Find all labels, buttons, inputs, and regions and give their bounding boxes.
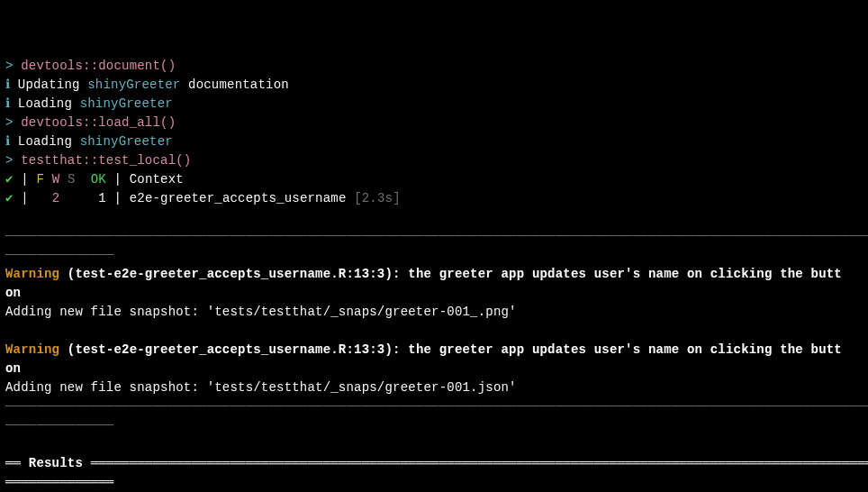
col-context: | Context <box>106 172 184 187</box>
check-icon: ✔ <box>5 191 14 205</box>
cmd-loadall: devtools::load_all() <box>21 115 176 130</box>
info-icon: ℹ <box>5 96 10 111</box>
cmd-document: devtools::document() <box>21 59 176 73</box>
results-prefix: ══ <box>5 456 29 470</box>
loading-text: Loading <box>18 134 80 149</box>
prompt-line-test: > testthat::test_local() <box>5 151 863 170</box>
info-icon: ℹ <box>5 77 10 92</box>
loading-text: Loading <box>18 96 80 111</box>
documentation-suffix: documentation <box>180 77 288 92</box>
blank-line <box>5 435 863 454</box>
status-updating: ℹ Updating shinyGreeter documentation <box>5 76 863 95</box>
warning-2-msg: Adding new file snapshot: 'tests/testtha… <box>5 378 863 397</box>
results-rule-long: ════════════════════════════════════════… <box>83 456 868 470</box>
pkg-name: shinyGreeter <box>87 77 180 92</box>
col-w: W <box>52 172 60 187</box>
cmd-test: testthat::test_local() <box>21 153 191 168</box>
warning-1-msg: Adding new file snapshot: 'tests/testtha… <box>5 303 863 322</box>
prompt-char: > <box>5 115 14 130</box>
check-icon: ✔ <box>5 172 14 187</box>
rule-short-1: ────────────── <box>5 246 863 265</box>
warning-loc: (test-e2e-greeter_accepts_username.R:13:… <box>59 267 842 281</box>
rule-long-2: ────────────────────────────────────────… <box>5 397 863 416</box>
prompt-line-loadall: > devtools::load_all() <box>5 114 863 132</box>
sep: | <box>14 172 37 187</box>
test-header: ✔ | F W S OK | Context <box>5 170 863 189</box>
info-icon: ℹ <box>5 134 10 149</box>
results-header: ══ Results ═════════════════════════════… <box>5 454 863 473</box>
results-rule-short: ══════════════ <box>5 473 863 492</box>
warning-tag: Warning <box>5 267 59 281</box>
prompt-line-document: > devtools::document() <box>5 57 863 76</box>
row-warn-count: 2 <box>52 191 60 205</box>
warning-2-header: Warning (test-e2e-greeter_accepts_userna… <box>5 341 863 360</box>
warning-tag: Warning <box>5 342 59 357</box>
row-pre: | <box>14 191 52 205</box>
status-loading-1: ℹ Loading shinyGreeter <box>5 95 863 114</box>
warning-1-cont: on <box>5 284 863 303</box>
blank-line <box>5 322 863 341</box>
blank-line <box>5 208 863 227</box>
warning-1-header: Warning (test-e2e-greeter_accepts_userna… <box>5 265 863 284</box>
rule-short-2: ────────────── <box>5 416 863 435</box>
row-mid: 1 | e2e-greeter_accepts_username <box>59 191 354 205</box>
col-s: S <box>68 172 76 187</box>
col-f: F <box>36 172 44 187</box>
warning-2-cont: on <box>5 360 863 378</box>
rule-long-1: ────────────────────────────────────────… <box>5 227 863 246</box>
row-time: [2.3s] <box>354 191 401 205</box>
prompt-char: > <box>5 153 14 168</box>
updating-text: Updating <box>18 77 87 92</box>
status-loading-2: ℹ Loading shinyGreeter <box>5 132 863 151</box>
pkg-name: shinyGreeter <box>80 96 173 111</box>
col-ok: OK <box>91 172 106 187</box>
pkg-name: shinyGreeter <box>80 134 173 149</box>
warning-loc: (test-e2e-greeter_accepts_username.R:13:… <box>59 342 842 357</box>
prompt-char: > <box>5 59 14 73</box>
test-result-row: ✔ | 2 1 | e2e-greeter_accepts_username [… <box>5 189 863 208</box>
results-label: Results <box>29 456 83 470</box>
